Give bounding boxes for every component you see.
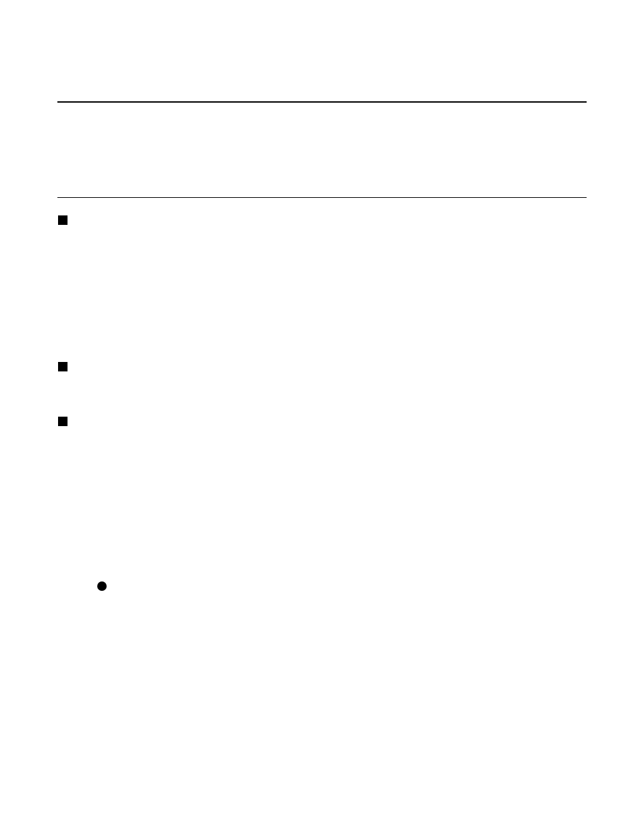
square-bullet-icon xyxy=(58,215,68,225)
square-bullet-icon xyxy=(58,417,68,426)
horizontal-rule-top xyxy=(57,101,587,103)
page xyxy=(0,0,644,834)
round-bullet-icon xyxy=(97,581,107,591)
square-bullet-icon xyxy=(58,362,68,371)
horizontal-rule-mid xyxy=(57,197,587,198)
